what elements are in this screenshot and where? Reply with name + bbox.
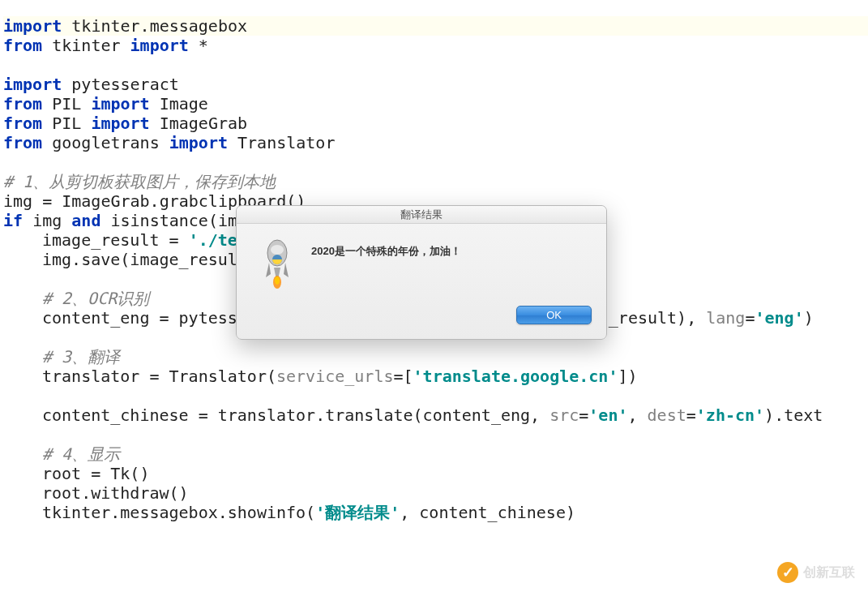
code-line: # 3、翻译: [3, 347, 868, 367]
code-line: [3, 55, 868, 75]
code-line: content_chinese = translator.translate(c…: [3, 405, 868, 425]
message-dialog: 翻译结果 2020是一个特殊的年份，加油！ OK: [236, 205, 607, 340]
code-line: from PIL import Image: [3, 94, 868, 114]
code-line: tkinter.messagebox.showinfo('翻译结果', cont…: [3, 503, 868, 522]
code-line: # 4、显示: [3, 444, 868, 464]
dialog-message: 2020是一个特殊的年份，加油！: [311, 238, 461, 261]
code-line: from tkinter import *: [3, 36, 868, 55]
code-line: import pytesseract: [3, 75, 868, 94]
watermark: ✓ 创新互联: [777, 562, 855, 583]
svg-point-5: [275, 277, 280, 285]
code-line: [3, 425, 868, 444]
svg-point-1: [271, 245, 284, 255]
watermark-badge-icon: ✓: [777, 562, 798, 583]
code-line: [3, 152, 868, 172]
code-line: # 1、从剪切板获取图片，保存到本地: [3, 172, 868, 191]
code-line: translator = Translator(service_urls=['t…: [3, 367, 868, 386]
dialog-footer: OK: [237, 298, 606, 339]
watermark-text: 创新互联: [803, 563, 855, 582]
ok-button[interactable]: OK: [516, 306, 592, 324]
python-rocket-icon: [259, 238, 295, 290]
code-line: [3, 386, 868, 405]
code-line: from PIL import ImageGrab: [3, 114, 868, 133]
dialog-body: 2020是一个特殊的年份，加油！: [237, 224, 606, 298]
code-line: root = Tk(): [3, 464, 868, 483]
code-line: root.withdraw(): [3, 483, 868, 503]
dialog-title[interactable]: 翻译结果: [237, 206, 606, 224]
code-line-highlighted: import tkinter.messagebox: [3, 16, 868, 36]
check-icon: ✓: [782, 563, 794, 582]
code-line: from googletrans import Translator: [3, 133, 868, 152]
